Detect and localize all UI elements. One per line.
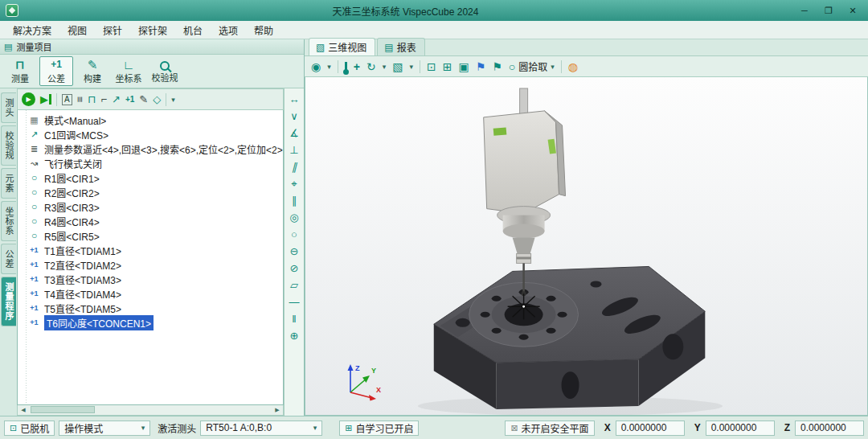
tree-item[interactable]: ○ R3圆<CIR3>: [22, 199, 283, 214]
tree-item[interactable]: +1 T2直径<TDIAM2>: [22, 257, 283, 272]
step-run-button[interactable]: ▶: [40, 94, 51, 105]
fly-mode-button[interactable]: ◇: [153, 93, 161, 105]
circle-pick-select[interactable]: ○ 圆拾取 ▾: [509, 59, 555, 73]
tree-item[interactable]: ○ R1圆<CIR1>: [22, 170, 283, 185]
tree-item[interactable]: ≣ 测量参数逼近<4>,回退<3>,搜索<6>,定位<2>,定位加<2>,测: [22, 142, 283, 156]
zoom-region-icon[interactable]: ⊞: [443, 60, 452, 73]
caliper-tool-button[interactable]: ⊓: [88, 93, 96, 105]
tree-item[interactable]: ▦ 模式<Manual>: [22, 113, 283, 127]
roundness-icon[interactable]: ○: [291, 228, 297, 240]
3d-viewport[interactable]: Z Y X: [305, 77, 868, 416]
tree-item-selected[interactable]: +1 T6同心度<TCONCEN1>: [22, 315, 283, 330]
y-value-text: 0.0000000: [711, 422, 757, 433]
tree-item[interactable]: +1 T1直径<TDIAM1>: [22, 243, 283, 257]
path-button[interactable]: ↗: [112, 93, 121, 105]
active-probe-select[interactable]: RT50-1 A:0,B:0 ▾: [200, 421, 322, 436]
menu-options[interactable]: 选项: [211, 21, 246, 39]
toolbar-overflow-button[interactable]: ▾: [171, 96, 175, 104]
quick-tolerance-button[interactable]: +1: [125, 93, 134, 105]
menu-probe[interactable]: 探针: [95, 21, 130, 39]
tree-item-label: T1直径<TDIAM1>: [44, 244, 121, 257]
symmetry-icon[interactable]: ‖: [292, 313, 296, 325]
horizontal-scrollbar[interactable]: ◀ ▶: [17, 405, 284, 416]
cylindricity-icon[interactable]: ⊖: [290, 245, 299, 257]
tab-3d-view[interactable]: ▧ 三维视图: [309, 38, 375, 55]
tree-item[interactable]: +1 T4直径<TDIAM4>: [22, 286, 283, 301]
distance-tolerance-icon[interactable]: ↔: [289, 93, 300, 105]
tab-coordinate-system[interactable]: 坐标系: [1, 201, 16, 241]
close-button[interactable]: ✕: [841, 2, 865, 18]
construct-label: 构建: [84, 72, 101, 84]
minimize-button[interactable]: ─: [792, 2, 817, 18]
menu-probe-rack[interactable]: 探针架: [130, 21, 175, 39]
scrollbar-thumb[interactable]: [31, 406, 95, 413]
operation-mode-select[interactable]: 操作模式 ▾: [59, 421, 150, 436]
window-controls: ─ ❐ ✕: [792, 2, 865, 18]
menu-view[interactable]: 视图: [59, 21, 95, 39]
gauge-check-label: 校验规: [152, 71, 178, 84]
measure-params-button[interactable]: ≡: [74, 96, 86, 103]
runout-icon[interactable]: ⊘: [290, 262, 299, 274]
concentricity-icon[interactable]: ◎: [289, 211, 298, 224]
menu-machine[interactable]: 机台: [175, 21, 211, 39]
perpendicularity-icon[interactable]: ⊥: [289, 144, 298, 156]
chevron-down-icon[interactable]: ▾: [409, 63, 413, 71]
tolerance-button[interactable]: +1 公差: [39, 56, 73, 86]
tree-item[interactable]: +1 T5直径<TDIAM5>: [22, 301, 283, 315]
move-point-button[interactable]: ⌐: [100, 93, 107, 105]
position-tolerance-icon[interactable]: ⌖: [291, 178, 297, 190]
auto-feature-button[interactable]: A: [62, 94, 72, 105]
parallelism-icon[interactable]: ∥: [292, 161, 297, 173]
offline-status: ⊡ 已脱机: [4, 421, 55, 436]
straightness-icon[interactable]: —: [289, 296, 300, 308]
view-cube-icon[interactable]: ▧: [392, 60, 403, 73]
construct-button[interactable]: ✎ 构建: [76, 56, 109, 86]
tree-item[interactable]: ○ R2圆<CIR2>: [22, 185, 283, 199]
stop-icon[interactable]: ◍: [568, 60, 578, 73]
angle-tolerance-icon[interactable]: ∡: [289, 127, 299, 139]
flatness-icon[interactable]: ▱: [290, 279, 298, 291]
flag-icon[interactable]: ⚑: [476, 60, 486, 73]
program-toolbar: ▶ ▶ A ≡ ⊓ ⌐ ↗ +1 ✎ ◇ ▾: [17, 88, 284, 110]
snapshot-icon[interactable]: ▣: [458, 60, 469, 73]
eye-icon[interactable]: ◉: [311, 60, 321, 73]
edit-button[interactable]: ✎: [139, 93, 148, 105]
scroll-right-icon[interactable]: ▶: [272, 407, 283, 413]
parallel-distance-icon[interactable]: ∥: [292, 195, 297, 207]
tab-tolerance[interactable]: 公差: [1, 244, 16, 274]
tab-report[interactable]: ▤ 报表: [377, 38, 424, 55]
3d-scene: [305, 77, 867, 415]
fit-view-icon[interactable]: ⊡: [427, 60, 436, 73]
run-button[interactable]: ▶: [22, 92, 35, 106]
menu-solution[interactable]: 解决方案: [5, 21, 59, 39]
tree-item[interactable]: ↗ C1回调<MCS>: [22, 127, 283, 142]
coordinate-system-button[interactable]: ∟ 坐标系: [112, 56, 145, 86]
tab-gauge[interactable]: 校验规: [1, 125, 16, 166]
scroll-left-icon[interactable]: ◀: [18, 407, 29, 413]
gauge-check-button[interactable]: 校验规: [148, 56, 182, 86]
flag-teal-icon[interactable]: ⚑: [492, 60, 502, 73]
rotate-icon[interactable]: ↻: [366, 60, 376, 73]
tree-item-label: 测量参数逼近<4>,回退<3>,搜索<6>,定位<2>,定位加<2>,测: [44, 142, 283, 156]
tab-probe[interactable]: 测头: [1, 92, 16, 123]
true-position-icon[interactable]: ⊕: [290, 330, 299, 342]
probe-icon[interactable]: [345, 62, 347, 72]
menu-help[interactable]: 帮助: [246, 21, 281, 39]
measure-button[interactable]: ⊓ 测量: [3, 56, 37, 86]
chevron-down-icon[interactable]: ▾: [383, 63, 387, 71]
tab-elements[interactable]: 元素: [1, 168, 16, 199]
tree-item[interactable]: ○ R4圆<CIR4>: [22, 214, 283, 228]
tab-measure-program[interactable]: 测量程序: [1, 277, 16, 326]
play-icon: ▶: [26, 96, 31, 103]
tree-item[interactable]: ○ R5圆<CIR5>: [22, 228, 283, 243]
x-axis-label: X: [376, 386, 381, 394]
pan-icon[interactable]: +: [354, 60, 360, 73]
x-coordinate-value: 0.0000000: [616, 421, 685, 436]
angle-between-icon[interactable]: ∨: [290, 110, 298, 122]
circle-feature-icon: ○: [28, 215, 40, 227]
maximize-button[interactable]: ❐: [817, 2, 841, 18]
tree-item[interactable]: +1 T3直径<TDIAM3>: [22, 272, 283, 286]
tree-item[interactable]: ↝ 飞行模式关闭: [22, 156, 283, 170]
chevron-down-icon[interactable]: ▾: [327, 63, 331, 71]
scrollbar-track[interactable]: [29, 405, 272, 415]
